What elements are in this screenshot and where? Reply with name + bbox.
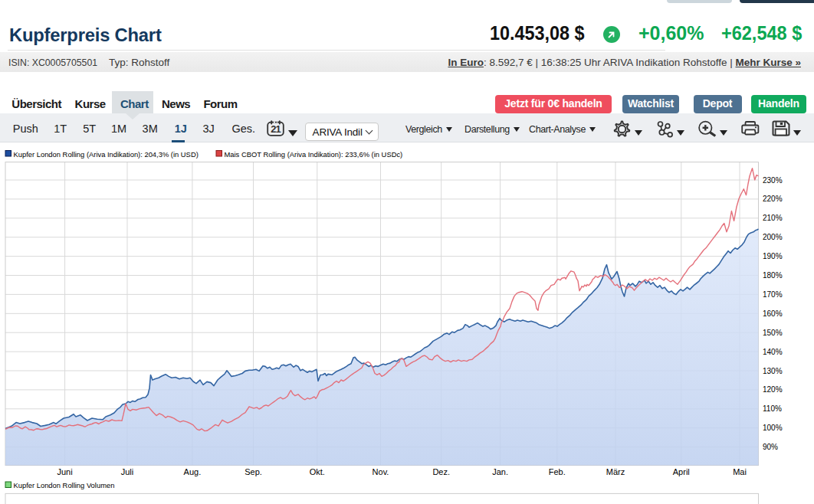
svg-text:Feb.: Feb. <box>549 467 566 476</box>
svg-text:März: März <box>606 467 625 476</box>
svg-text:Aug.: Aug. <box>184 467 202 476</box>
svg-text:230%: 230% <box>763 176 783 185</box>
svg-text:Nov.: Nov. <box>373 467 389 476</box>
svg-text:21: 21 <box>271 123 281 135</box>
svg-text:Juni: Juni <box>57 467 73 476</box>
svg-text:Kupfer London Rolling Volumen: Kupfer London Rolling Volumen <box>14 481 115 489</box>
svg-text:Sep.: Sep. <box>245 467 262 476</box>
svg-text:160%: 160% <box>763 309 783 318</box>
svg-text:Juli: Juli <box>121 467 134 476</box>
svg-text:Mai: Mai <box>733 467 747 476</box>
svg-text:120%: 120% <box>763 385 783 394</box>
svg-text:190%: 190% <box>763 252 783 260</box>
svg-text:Kupfer London Rolling (Ariva I: Kupfer London Rolling (Ariva Indikation)… <box>14 150 199 159</box>
svg-text:200%: 200% <box>763 233 783 241</box>
svg-text:150%: 150% <box>763 329 783 337</box>
svg-text:130%: 130% <box>763 367 783 375</box>
svg-text:Okt.: Okt. <box>310 467 325 476</box>
svg-text:Jan.: Jan. <box>492 467 508 476</box>
svg-text:180%: 180% <box>763 271 783 280</box>
svg-text:210%: 210% <box>763 214 783 222</box>
svg-text:140%: 140% <box>763 348 783 356</box>
svg-text:170%: 170% <box>763 290 783 299</box>
svg-text:Mais CBOT Rolling (Ariva Indik: Mais CBOT Rolling (Ariva Indikation): 23… <box>225 150 403 159</box>
svg-text:April: April <box>673 467 690 476</box>
svg-text:Dez.: Dez. <box>432 467 450 476</box>
svg-text:100%: 100% <box>763 424 783 432</box>
svg-text:90%: 90% <box>763 443 778 451</box>
svg-text:220%: 220% <box>763 195 783 203</box>
svg-text:110%: 110% <box>763 404 782 413</box>
